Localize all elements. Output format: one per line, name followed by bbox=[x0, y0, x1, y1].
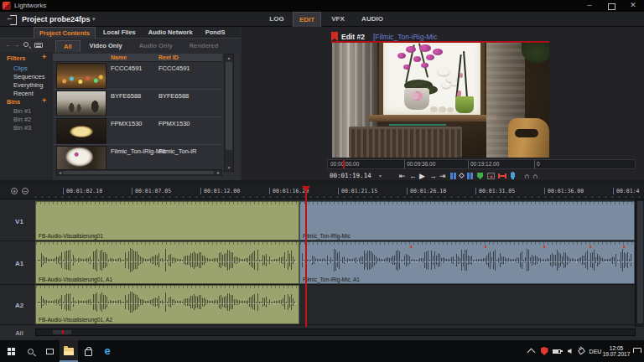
table-row[interactable]: BYFE6588 BYFE6588 bbox=[53, 90, 222, 117]
timeline-clip[interactable]: FB-Audio-Visualisierung01, A1 bbox=[35, 241, 299, 284]
track-a1: A1 FB-Audio-Visualisierung01, A1 Filmic_… bbox=[0, 241, 644, 285]
all-tracks-label[interactable]: All bbox=[10, 329, 29, 337]
clip-name: BYFE6588 bbox=[111, 92, 141, 100]
close-button[interactable]: ✕ bbox=[622, 0, 644, 12]
scrollbar-handle[interactable] bbox=[637, 201, 643, 323]
taskbar-search-button[interactable] bbox=[21, 340, 39, 362]
forward-icon[interactable]: → bbox=[13, 41, 19, 49]
add-filter-icon[interactable]: + bbox=[42, 53, 46, 61]
tab-pond5[interactable]: PondS bbox=[200, 27, 231, 39]
clip-reel-id: FCCC4591 bbox=[158, 65, 190, 72]
timeline-clip[interactable]: Filmic_Ton-iRig-Mic bbox=[299, 201, 635, 240]
remove-icon[interactable] bbox=[487, 173, 495, 179]
task-view-button[interactable] bbox=[40, 340, 59, 362]
plug-icon bbox=[577, 348, 584, 355]
filter-rendered[interactable]: Rendered bbox=[182, 40, 226, 52]
tab-log[interactable]: LOG bbox=[262, 12, 292, 27]
sidebar-item-clips[interactable]: Clips bbox=[13, 65, 28, 72]
clip-thumbnail[interactable] bbox=[56, 146, 106, 169]
sidebar-item-sequences[interactable]: Sequences bbox=[13, 73, 45, 80]
timecode-caret-icon[interactable]: ▾ bbox=[379, 173, 382, 178]
clip-table-vertical-scrollbar[interactable]: ▲ ▼ bbox=[224, 54, 234, 172]
battery-tray-icon[interactable] bbox=[550, 340, 564, 362]
clip-table-horizontal-scrollbar[interactable]: ◄ ► bbox=[56, 169, 222, 176]
start-button[interactable] bbox=[2, 340, 20, 362]
sidebar-item-bin1[interactable]: Bin #1 bbox=[13, 107, 31, 115]
minimize-button[interactable]: – bbox=[579, 0, 600, 12]
edit-bookmark-icon[interactable] bbox=[331, 32, 338, 41]
table-row[interactable]: FCCC4591 FCCC4591 bbox=[53, 62, 222, 90]
edge-button[interactable] bbox=[98, 340, 117, 362]
filter-video-only[interactable]: Video Only bbox=[82, 40, 130, 52]
file-explorer-button[interactable] bbox=[60, 340, 78, 362]
insert-icon[interactable] bbox=[477, 173, 483, 179]
track-label-v1[interactable]: V1 bbox=[10, 217, 29, 225]
antivirus-tray-icon[interactable] bbox=[538, 340, 550, 362]
mark-in-icon[interactable] bbox=[450, 173, 456, 179]
track-label-a2[interactable]: A2 bbox=[10, 301, 29, 308]
table-row[interactable]: FPMX1530 FPMX1530 bbox=[53, 117, 222, 145]
language-indicator[interactable]: DEU bbox=[587, 340, 604, 362]
viewer-timebar[interactable]: 00:00:00.00 00:09:36.00 00:19:12.00 0 bbox=[327, 159, 636, 169]
scroll-down-icon[interactable]: ▼ bbox=[225, 165, 233, 170]
store-button[interactable] bbox=[79, 340, 97, 362]
table-row[interactable]: Filmic_Ton-iRig-Mic Filmic_Ton-iR bbox=[53, 145, 222, 169]
sidebar-item-bin2[interactable]: Bin #2 bbox=[13, 116, 31, 123]
timeline-playhead[interactable] bbox=[305, 186, 307, 327]
shield-icon bbox=[541, 347, 548, 355]
clock[interactable]: 12:05 19.07.2017 bbox=[602, 340, 631, 362]
volume-tray-icon[interactable] bbox=[564, 340, 575, 362]
scroll-left-icon[interactable]: ◄ bbox=[58, 170, 62, 176]
add-bin-icon[interactable]: + bbox=[42, 96, 46, 105]
sidebar-item-everything[interactable]: Everything bbox=[13, 81, 43, 89]
clip-reel-id: BYFE6588 bbox=[158, 92, 189, 100]
timeline-clip[interactable]: FB-Audio-Visualisierung01 bbox=[35, 201, 299, 240]
maximize-button[interactable] bbox=[600, 0, 622, 12]
tab-edit[interactable]: EDIT bbox=[293, 12, 321, 27]
os-titlebar: Lightworks – ✕ bbox=[0, 0, 644, 12]
delete-cut-icon[interactable] bbox=[498, 173, 506, 178]
clip-thumbnail[interactable] bbox=[56, 90, 106, 116]
clip-label: Filmic_Ton-iRig-Mic, A1 bbox=[303, 277, 360, 282]
timebar-mark: 00:09:36.00 bbox=[407, 161, 435, 167]
tab-local-files[interactable]: Local Files bbox=[98, 27, 141, 39]
ruler-tick: 00:01:07.05 bbox=[132, 188, 171, 194]
voiceover-mic-icon[interactable] bbox=[511, 172, 515, 178]
timeline-vertical-scrollbar[interactable] bbox=[635, 199, 644, 327]
mark-out-icon[interactable] bbox=[467, 173, 473, 179]
scroll-up-icon[interactable]: ▲ bbox=[225, 55, 233, 60]
scrollbar-handle[interactable] bbox=[63, 171, 214, 174]
action-center-button[interactable] bbox=[631, 340, 644, 362]
scroll-right-icon[interactable]: ► bbox=[216, 170, 221, 176]
clip-thumbnail[interactable] bbox=[56, 118, 106, 144]
keyboard-icon[interactable] bbox=[34, 43, 43, 48]
zoom-out-icon[interactable]: − bbox=[22, 188, 29, 194]
tab-project-contents[interactable]: Project Contents bbox=[34, 27, 96, 39]
timeline-clip[interactable]: Filmic_Ton-iRig-Mic, A1 bbox=[299, 241, 635, 284]
back-icon[interactable]: ← bbox=[5, 41, 12, 49]
column-name[interactable]: Name bbox=[111, 54, 127, 60]
timeline-clip[interactable]: FB-Audio-Visualisierung01, A2 bbox=[35, 285, 299, 324]
tab-audio-network[interactable]: Audio Network bbox=[143, 27, 198, 39]
search-icon[interactable] bbox=[23, 42, 29, 47]
tab-audio[interactable]: AUDIO bbox=[353, 12, 392, 27]
current-timecode[interactable]: 00:01:19.14 bbox=[330, 172, 371, 179]
timeline-ruler[interactable]: + − 00:01:02.10 00:01:07.05 00:01:12.00 … bbox=[0, 184, 644, 199]
tray-expand-button[interactable] bbox=[525, 340, 537, 362]
sidebar-item-bin3[interactable]: Bin #3 bbox=[13, 124, 31, 132]
viewer-playhead[interactable] bbox=[343, 160, 345, 168]
timeline-horizontal-scrollbar[interactable] bbox=[35, 328, 636, 336]
audio-waveform bbox=[38, 290, 297, 314]
filter-all[interactable]: All bbox=[55, 40, 80, 52]
scrollbar-handle[interactable] bbox=[226, 62, 232, 150]
clip-thumbnail[interactable] bbox=[56, 63, 106, 89]
track-label-a1[interactable]: A1 bbox=[10, 259, 29, 266]
column-reel-id[interactable]: Reel ID bbox=[158, 54, 179, 60]
mark-cue-icon[interactable] bbox=[459, 173, 465, 178]
ruler-tick: 00:01:31.05 bbox=[475, 188, 515, 194]
sidebar-item-recent[interactable]: Recent bbox=[13, 90, 34, 97]
tab-vfx[interactable]: VFX bbox=[323, 12, 353, 27]
filter-audio-only[interactable]: Audio Only bbox=[132, 40, 180, 52]
usb-tray-icon[interactable] bbox=[575, 340, 587, 362]
zoom-in-icon[interactable]: + bbox=[11, 188, 18, 194]
